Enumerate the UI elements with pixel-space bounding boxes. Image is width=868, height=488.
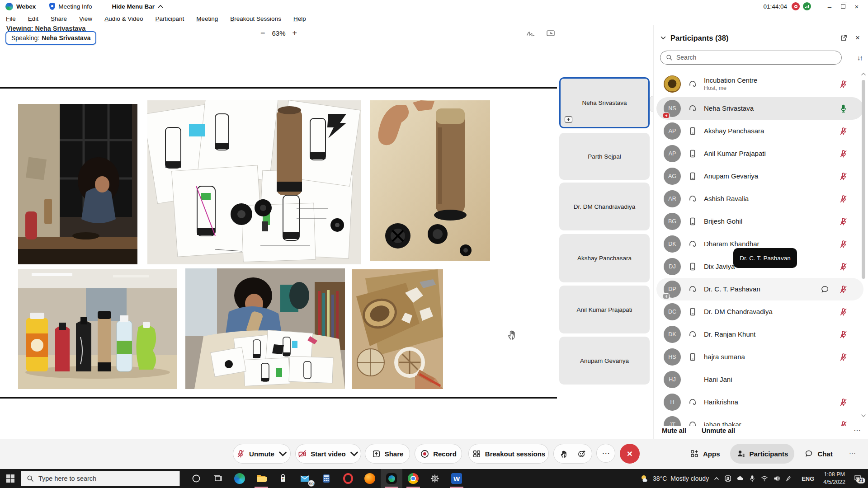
mic-muted-icon[interactable] bbox=[839, 307, 848, 317]
clock[interactable]: 1:08 PM 4/5/2022 bbox=[819, 471, 850, 486]
calculator-icon[interactable] bbox=[316, 469, 337, 488]
video-tile[interactable]: Anupam Gevariya bbox=[559, 337, 650, 385]
mail-icon[interactable]: 59 bbox=[294, 469, 316, 488]
mic-muted-icon[interactable] bbox=[839, 398, 848, 407]
more-options-button[interactable]: ⋯ bbox=[596, 444, 615, 463]
mic-muted-icon[interactable] bbox=[839, 352, 848, 362]
participant-row[interactable]: AP Anil Kumar Prajapati bbox=[656, 142, 863, 165]
file-explorer-icon[interactable] bbox=[250, 469, 272, 488]
wifi-tray-icon[interactable] bbox=[761, 475, 768, 482]
video-tile[interactable]: Neha Srivastava bbox=[559, 77, 650, 128]
weather-widget[interactable]: 38°C Mostly cloudy bbox=[636, 474, 713, 483]
unmute-all-button[interactable]: Unmute all bbox=[702, 427, 735, 434]
scroll-down-icon[interactable] bbox=[860, 413, 867, 419]
mic-muted-icon[interactable] bbox=[839, 239, 848, 249]
participant-row[interactable]: AP Akshay Panchasara bbox=[656, 120, 863, 142]
chat-bubble-icon[interactable] bbox=[820, 285, 830, 294]
participant-row[interactable]: HJ Hani Jani bbox=[656, 368, 863, 391]
scrollbar-thumb[interactable] bbox=[862, 80, 865, 279]
mic-muted-icon[interactable] bbox=[839, 262, 848, 272]
right-more-button[interactable]: ⋯ bbox=[843, 444, 862, 464]
participant-row[interactable]: Incubation Centre Host, me bbox=[656, 71, 863, 97]
task-view-icon[interactable] bbox=[207, 469, 229, 488]
firefox-icon[interactable] bbox=[359, 469, 381, 488]
mute-all-button[interactable]: Mute all bbox=[662, 427, 686, 434]
mic-live-icon[interactable] bbox=[839, 104, 848, 113]
action-center-icon[interactable]: 21 bbox=[850, 474, 868, 483]
teams-tray-icon[interactable] bbox=[724, 475, 731, 482]
meeting-info-label[interactable]: Meeting Info bbox=[58, 3, 92, 10]
panel-more-button[interactable]: ⋯ bbox=[854, 426, 861, 435]
mic-muted-icon[interactable] bbox=[839, 172, 848, 181]
share-button[interactable]: Share bbox=[365, 444, 410, 464]
video-tile[interactable]: Anil Kumar Prajapati bbox=[559, 286, 650, 333]
participant-row[interactable]: BG Brijesh Gohil bbox=[656, 210, 863, 233]
language-indicator[interactable]: ENG bbox=[797, 475, 819, 482]
menu-audio-video[interactable]: Audio & Video bbox=[104, 15, 143, 22]
chrome-icon[interactable] bbox=[402, 469, 424, 488]
menu-file[interactable]: File bbox=[6, 15, 16, 22]
participant-row[interactable]: AR Ashish Ravalia bbox=[656, 188, 863, 210]
menu-view[interactable]: View bbox=[79, 15, 92, 22]
edge-icon[interactable] bbox=[229, 469, 250, 488]
participant-row[interactable]: AG Anupam Gevariya bbox=[656, 165, 863, 188]
menu-edit[interactable]: Edit bbox=[28, 15, 38, 22]
mic-muted-icon[interactable] bbox=[839, 194, 848, 204]
video-tile[interactable]: Dr. DM Chandravadiya bbox=[559, 183, 650, 230]
sort-icon[interactable]: ↓↑ bbox=[857, 54, 862, 61]
participants-button[interactable]: Participants bbox=[730, 444, 795, 464]
reactions-smiley-icon[interactable] bbox=[577, 449, 586, 459]
zoom-out-button[interactable]: − bbox=[260, 28, 265, 38]
apps-button[interactable]: Apps bbox=[684, 444, 726, 464]
restore-button[interactable] bbox=[836, 1, 850, 12]
participant-row[interactable]: HS hajra sumana bbox=[656, 346, 863, 368]
tray-chevron-up-icon[interactable] bbox=[713, 475, 720, 482]
participant-row[interactable]: JT jahan thakar bbox=[656, 413, 863, 426]
annotate-icon[interactable] bbox=[526, 28, 536, 38]
participant-search-input[interactable]: Search bbox=[660, 51, 842, 65]
scroll-up-icon[interactable] bbox=[860, 71, 867, 77]
breakout-sessions-button[interactable]: Breakout sessions bbox=[468, 444, 549, 464]
mic-muted-icon[interactable] bbox=[839, 149, 848, 159]
close-button[interactable]: × bbox=[850, 1, 863, 12]
store-icon[interactable] bbox=[272, 469, 294, 488]
hide-menu-bar-button[interactable]: Hide Menu Bar bbox=[112, 3, 164, 10]
mic-muted-icon[interactable] bbox=[839, 420, 848, 427]
start-video-button[interactable]: Start video bbox=[295, 444, 361, 464]
chat-button[interactable]: Chat bbox=[798, 444, 839, 464]
pen-tray-icon[interactable] bbox=[785, 475, 793, 482]
cortana-icon[interactable] bbox=[185, 469, 207, 488]
onedrive-tray-icon[interactable] bbox=[736, 475, 744, 482]
record-button[interactable]: Record bbox=[415, 444, 462, 464]
mic-muted-icon[interactable] bbox=[839, 80, 848, 89]
participant-row[interactable]: DK Dr. Ranjan Khunt bbox=[656, 323, 863, 346]
mic-muted-icon[interactable] bbox=[839, 217, 848, 226]
settings-gear-icon[interactable] bbox=[424, 469, 446, 488]
menu-share[interactable]: Share bbox=[51, 15, 67, 22]
raise-hand-icon[interactable] bbox=[560, 449, 569, 459]
menu-meeting[interactable]: Meeting bbox=[196, 15, 218, 22]
start-button[interactable] bbox=[0, 469, 21, 488]
menu-breakout-sessions[interactable]: Breakout Sessions bbox=[230, 15, 281, 22]
pop-out-icon[interactable] bbox=[840, 34, 847, 42]
word-icon[interactable]: W bbox=[446, 469, 467, 488]
mic-tray-icon[interactable] bbox=[749, 475, 756, 482]
menu-help[interactable]: Help bbox=[293, 15, 306, 22]
taskbar-search-input[interactable]: Type here to search bbox=[21, 471, 180, 486]
mic-muted-icon[interactable] bbox=[839, 330, 848, 339]
minimize-button[interactable]: – bbox=[823, 1, 836, 12]
screen-share-view-icon[interactable] bbox=[546, 28, 556, 38]
panel-collapse-chevron-icon[interactable] bbox=[660, 35, 666, 41]
unmute-button[interactable]: Unmute bbox=[233, 444, 291, 464]
video-tile[interactable]: Akshay Panchasara bbox=[559, 234, 650, 282]
chevron-down-icon[interactable] bbox=[278, 449, 288, 459]
leave-meeting-button[interactable]: × bbox=[620, 444, 640, 464]
video-tile[interactable]: Parth Sejpal bbox=[559, 133, 650, 180]
opera-icon[interactable] bbox=[337, 469, 359, 488]
webex-taskbar-icon[interactable] bbox=[381, 469, 402, 488]
menu-participant[interactable]: Participant bbox=[155, 15, 184, 22]
participant-row[interactable]: H Harikrishna bbox=[656, 391, 863, 413]
mic-muted-icon[interactable] bbox=[839, 285, 848, 294]
volume-tray-icon[interactable] bbox=[773, 475, 780, 482]
panel-close-icon[interactable]: × bbox=[855, 33, 860, 42]
